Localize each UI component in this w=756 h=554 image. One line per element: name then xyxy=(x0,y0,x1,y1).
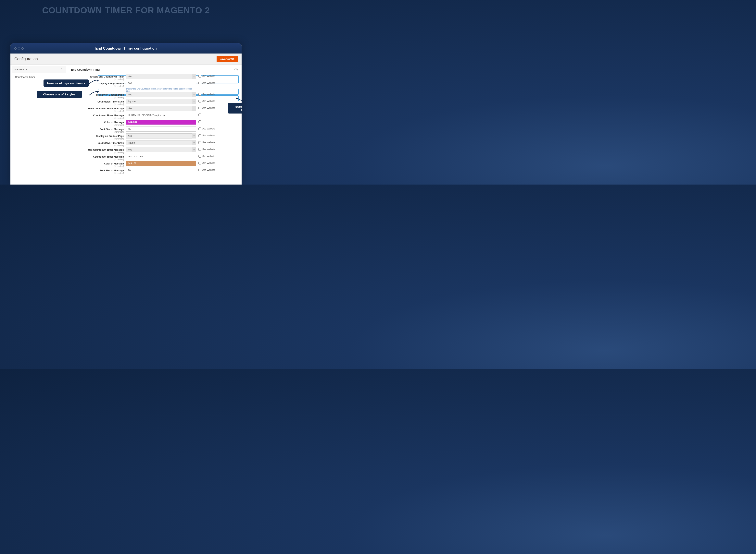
browser-bar: End Countdown Timer configuration xyxy=(10,43,242,54)
label-f5: Use Countdown Timer Message[store view] xyxy=(71,106,126,112)
form-row-f7: Color of Message[store view] xyxy=(71,120,238,126)
checkbox-label-f9: Use Website xyxy=(202,134,215,137)
form-row-f5: Use Countdown Timer Message[store view]Y… xyxy=(71,106,238,112)
input-f14[interactable] xyxy=(126,168,196,173)
checkbox-f2[interactable] xyxy=(198,82,201,85)
section-title: End Countdown Timer xyxy=(71,68,100,71)
select-f3[interactable]: Yes xyxy=(126,92,196,97)
select-f11[interactable]: Yes xyxy=(126,147,196,152)
checkbox-f4[interactable] xyxy=(198,100,201,103)
checkbox-f6[interactable] xyxy=(198,113,201,116)
checkbox-f7[interactable] xyxy=(198,120,201,123)
input-f13[interactable] xyxy=(126,161,196,166)
use-website-f8[interactable]: Use Website xyxy=(198,126,215,130)
use-website-f9[interactable]: Use Website xyxy=(198,133,215,137)
use-website-f11[interactable]: Use Website xyxy=(198,147,215,151)
page-header: Configuration Save Config xyxy=(10,54,242,64)
checkbox-label-f12: Use Website xyxy=(202,155,215,158)
checkbox-f14[interactable] xyxy=(198,169,201,171)
input-f2[interactable] xyxy=(126,81,196,86)
annotation-styles: Choose one of 3 styles xyxy=(37,91,82,98)
use-website-f13[interactable]: Use Website xyxy=(198,161,215,164)
sidebar-header[interactable]: MAGEANTS ⌃ xyxy=(12,66,66,73)
hero-title: COUNTDOWN TIMER FOR MAGENTO 2 xyxy=(0,0,252,15)
save-config-button[interactable]: Save Config xyxy=(216,56,238,62)
use-website-f12[interactable]: Use Website xyxy=(198,154,215,158)
use-website-f10[interactable]: Use Website xyxy=(198,140,215,144)
annotation-message: Start to end timer message xyxy=(228,103,242,113)
page-title: Configuration xyxy=(14,57,38,61)
label-f6: Countdown Timer Message[store view] xyxy=(71,113,126,119)
checkbox-label-f14: Use Website xyxy=(202,169,215,171)
section-header[interactable]: End Countdown Timer ⌃ xyxy=(71,67,238,74)
checkbox-f5[interactable] xyxy=(198,107,201,109)
select-f4[interactable]: Square xyxy=(126,99,196,104)
checkbox-f9[interactable] xyxy=(198,134,201,137)
checkbox-f13[interactable] xyxy=(198,162,201,164)
label-f9: Display on Product Page[store view] xyxy=(71,133,126,140)
checkbox-label-f11: Use Website xyxy=(202,148,215,151)
checkbox-f12[interactable] xyxy=(198,155,201,158)
checkbox-label-f2: Use Website xyxy=(202,81,215,85)
input-f12[interactable] xyxy=(126,154,196,159)
select-f1[interactable]: Yes xyxy=(126,74,196,79)
label-f10: Countdown Timer Style[store view] xyxy=(71,140,126,147)
checkbox-f10[interactable] xyxy=(198,141,201,144)
checkbox-label-f5: Use Website xyxy=(202,107,215,109)
annotation-days: Number of days end timers xyxy=(44,79,89,87)
form-row-f11: Use Countdown Timer Message[store view]Y… xyxy=(71,147,238,154)
use-website-f6[interactable] xyxy=(198,113,202,116)
use-website-f2[interactable]: Use Website xyxy=(198,81,215,85)
collapse-icon[interactable]: ⌃ xyxy=(235,68,238,71)
select-f5[interactable]: Yes xyxy=(126,106,196,111)
dot-icon xyxy=(18,47,20,50)
browser-dots xyxy=(14,47,23,50)
chevron-up-icon: ⌃ xyxy=(61,68,63,71)
label-f8: Font Size of Message[store view] xyxy=(71,126,126,133)
checkbox-label-f8: Use Website xyxy=(202,127,215,130)
label-f11: Use Countdown Timer Message[store view] xyxy=(71,147,126,154)
form-area: End Countdown Timer ⌃ Number of days end… xyxy=(67,64,242,184)
form-row-f12: Countdown Timer Message[store view]Use W… xyxy=(71,154,238,161)
use-website-f1[interactable]: Use Website xyxy=(198,74,215,77)
checkbox-f1[interactable] xyxy=(198,75,201,77)
arrow-icon xyxy=(89,90,101,96)
checkbox-label-f3: Use Website xyxy=(202,93,215,96)
use-website-f5[interactable]: Use Website xyxy=(198,106,215,109)
input-f6[interactable] xyxy=(126,113,196,118)
checkbox-f11[interactable] xyxy=(198,148,201,151)
content-area: Configuration Save Config MAGEANTS ⌃ Cou… xyxy=(10,54,242,184)
select-f9[interactable]: Yes xyxy=(126,133,196,138)
checkbox-f3[interactable] xyxy=(198,93,201,96)
form-row-f6: Countdown Timer Message[store view] xyxy=(71,113,238,119)
checkbox-label-f1: Use Website xyxy=(202,75,215,77)
sidebar-header-label: MAGEANTS xyxy=(14,68,27,71)
input-f7[interactable] xyxy=(126,120,196,125)
label-f14: Font Size of Message[store view] xyxy=(71,168,126,174)
label-f4: Countdown Timer Style[store view] xyxy=(71,99,126,105)
form-row-f9: Display on Product Page[store view]Yes▼U… xyxy=(71,133,238,140)
browser-window: End Countdown Timer configuration Config… xyxy=(10,43,242,184)
use-website-f4[interactable]: Use Website xyxy=(198,99,215,103)
checkbox-label-f10: Use Website xyxy=(202,141,215,144)
label-f13: Color of Message[store view] xyxy=(71,161,126,167)
input-f8[interactable] xyxy=(126,126,196,131)
dot-icon xyxy=(21,47,23,50)
main-layout: MAGEANTS ⌃ Countdown Timer End Countdown… xyxy=(10,64,242,184)
dot-icon xyxy=(14,47,16,50)
checkbox-label-f4: Use Website xyxy=(202,100,215,103)
select-f10[interactable]: Frame xyxy=(126,140,196,146)
form-row-f13: Color of Message[store view]Use Website xyxy=(71,161,238,167)
form-row-f4: Countdown Timer Style[store view]Square▼… xyxy=(71,99,238,105)
use-website-f7[interactable] xyxy=(198,120,202,123)
use-website-f3[interactable]: Use Website xyxy=(198,92,215,96)
label-f12: Countdown Timer Message[store view] xyxy=(71,154,126,161)
checkbox-label-f13: Use Website xyxy=(202,162,215,164)
form-row-f14: Font Size of Message[store view]Use Webs… xyxy=(71,168,238,174)
browser-title: End Countdown Timer configuration xyxy=(95,46,157,51)
form-row-f10: Countdown Timer Style[store view]Frame▼U… xyxy=(71,140,238,147)
form-row-f8: Font Size of Message[store view]Use Webs… xyxy=(71,126,238,133)
use-website-f14[interactable]: Use Website xyxy=(198,168,215,171)
checkbox-f8[interactable] xyxy=(198,127,201,130)
label-f7: Color of Message[store view] xyxy=(71,120,126,126)
